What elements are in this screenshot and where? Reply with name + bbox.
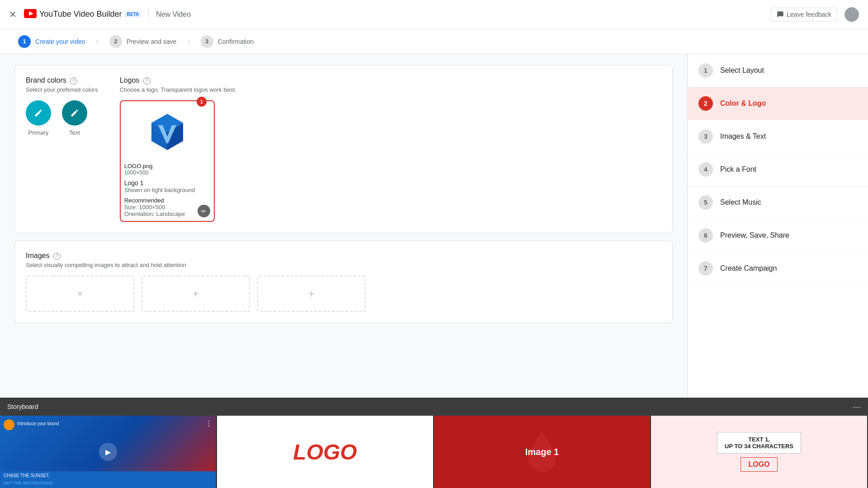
primary-color-wrap: Primary <box>26 100 51 136</box>
step-2-label: Preview and save <box>127 38 177 45</box>
header-divider <box>148 7 149 22</box>
brand-colors-title: Brand colors ? <box>26 76 98 84</box>
logo-recommended-label: Recommended <box>124 197 210 204</box>
frame-1-avatar <box>4 419 14 430</box>
sidebar-item-preview-save[interactable]: 6 Preview, Save, Share <box>688 219 868 252</box>
frame-1-title: Introduce your brand <box>17 421 59 426</box>
sidebar-step-2-num: 2 <box>698 96 713 111</box>
user-avatar[interactable] <box>844 7 859 22</box>
image-placeholder-1[interactable]: + <box>26 276 134 312</box>
sidebar-step-3-num: 3 <box>698 129 713 144</box>
logo-edit-button[interactable]: ✏ <box>198 205 210 217</box>
step-1-number: 1 <box>18 35 31 48</box>
frame-1-menu-icon[interactable]: ⋮ <box>205 419 212 428</box>
logos-title: Logos ? <box>120 76 661 84</box>
sidebar-item-images-text[interactable]: 3 Images & Text <box>688 120 868 153</box>
step-arrow-2: › <box>187 38 189 46</box>
logos-subtitle: Choose a logo. Transparent logos work be… <box>120 86 661 93</box>
app-name: YouTube Video Builder <box>39 9 122 19</box>
storyboard-frame-1[interactable]: Introduce your brand ▶ CHASE THE SUNSET,… <box>0 416 217 488</box>
images-title: Images ? <box>26 252 661 260</box>
sidebar-item-pick-font[interactable]: 4 Pick a Font <box>688 153 868 186</box>
frame-3-container: Image 1 <box>434 416 650 488</box>
storyboard-minimize-button[interactable]: — <box>853 402 861 412</box>
step-3[interactable]: 3 Confirmation <box>201 35 264 48</box>
sidebar-step-5-num: 5 <box>698 195 713 210</box>
sidebar-step-4-num: 4 <box>698 162 713 177</box>
image-placeholder-2[interactable]: + <box>142 276 250 312</box>
sidebar-item-color-logo[interactable]: 2 Color & Logo <box>688 87 868 120</box>
images-info-icon[interactable]: ? <box>53 253 61 260</box>
storyboard-frames: Introduce your brand ▶ CHASE THE SUNSET,… <box>0 416 868 488</box>
sidebar-item-7-label: Create Campaign <box>720 264 777 272</box>
brand-colors-section: Brand colors ? Select your preferred col… <box>26 76 98 222</box>
step-2-number: 2 <box>109 35 122 48</box>
feedback-button[interactable]: Leave feedback <box>771 8 837 21</box>
step-1[interactable]: 1 Create your video <box>18 35 96 48</box>
logo-name: Logo 1 <box>124 179 210 187</box>
page-title: New Video <box>156 10 191 19</box>
sidebar-item-3-label: Images & Text <box>720 132 766 141</box>
step-1-label: Create your video <box>35 38 85 45</box>
logo-image <box>145 112 190 152</box>
sidebar-step-1-num: 1 <box>698 63 713 78</box>
storyboard-frame-3[interactable]: Image 1 <box>434 416 651 488</box>
storyboard-frame-4[interactable]: TEXT 1, UP TO 34 CHARACTERS LOGO <box>651 416 868 488</box>
primary-label: Primary <box>28 129 49 136</box>
frame-4-logo: LOGO <box>741 457 777 472</box>
sidebar-item-4-label: Pick a Font <box>720 165 756 174</box>
logo-badge: 1 <box>197 97 207 107</box>
sidebar-item-2-label: Color & Logo <box>720 99 766 108</box>
text-color-label: Text <box>69 129 80 136</box>
header-actions: Leave feedback <box>771 7 859 22</box>
frame-4-text-1: TEXT 1, <box>725 436 793 443</box>
step-3-number: 3 <box>201 35 213 48</box>
image-placeholder-3[interactable]: + <box>257 276 366 312</box>
storyboard: Storyboard — Introduce your brand ▶ CHAS… <box>0 398 868 488</box>
brand-colors-subtitle: Select your preferred colors <box>26 86 98 93</box>
frame-3-label: Image 1 <box>525 447 559 457</box>
logos-info-icon[interactable]: ? <box>143 77 151 84</box>
logo-bg-desc: Shown on light background <box>124 187 210 193</box>
logo-dims: 1000×500 <box>124 169 210 176</box>
sidebar-item-select-music[interactable]: 5 Select Music <box>688 186 868 219</box>
frame-4-text-2: UP TO 34 CHARACTERS <box>725 443 793 450</box>
sidebar-item-1-label: Select Layout <box>720 66 764 75</box>
text-color-wrap: Text <box>62 100 87 136</box>
card-row: Brand colors ? Select your preferred col… <box>26 76 661 222</box>
sidebar-item-select-layout[interactable]: 1 Select Layout <box>688 54 868 87</box>
frame-1-caption-1: CHASE THE SUNSET, <box>4 473 212 478</box>
step-arrow-1: › <box>96 38 99 46</box>
frame-1-captions: CHASE THE SUNSET, NOT THE DESTINATIONS! <box>0 471 216 488</box>
storyboard-header: Storyboard — <box>0 398 868 416</box>
primary-color-circle[interactable] <box>26 100 51 126</box>
step-2[interactable]: 2 Preview and save <box>109 35 188 48</box>
text-color-circle[interactable] <box>62 100 87 126</box>
images-card: Images ? Select visually compelling imag… <box>14 240 673 323</box>
youtube-icon <box>24 8 37 21</box>
frame-4-text-box: TEXT 1, UP TO 34 CHARACTERS <box>717 432 801 454</box>
storyboard-title: Storyboard <box>7 403 38 410</box>
logo-filename: LOGO.png <box>124 163 210 169</box>
logo-card[interactable]: 1 <box>120 100 215 222</box>
storyboard-frame-2[interactable]: LOGO <box>217 416 434 488</box>
brand-logos-card: Brand colors ? Select your preferred col… <box>14 65 673 233</box>
logo-info: LOGO.png 1000×500 <box>124 163 210 176</box>
frame-1-play-button[interactable]: ▶ <box>99 443 117 461</box>
close-icon[interactable]: ✕ <box>9 9 17 20</box>
images-subtitle: Select visually compelling images to att… <box>26 262 661 268</box>
app-logo: YouTube Video Builder BETA <box>24 8 141 21</box>
step-3-label: Confirmation <box>218 38 254 45</box>
logos-section: Logos ? Choose a logo. Transparent logos… <box>120 76 661 222</box>
color-circles: Primary Text <box>26 100 98 136</box>
frame-1-caption-2: NOT THE DESTINATIONS! <box>4 481 53 485</box>
app-header: ✕ YouTube Video Builder BETA New Video L… <box>0 0 868 29</box>
sidebar-item-create-campaign[interactable]: 7 Create Campaign <box>688 252 868 285</box>
logo-grid: 1 <box>120 100 661 222</box>
frame-2-logo: LOGO <box>293 440 357 465</box>
brand-colors-info-icon[interactable]: ? <box>70 77 77 84</box>
sidebar-item-5-label: Select Music <box>720 198 761 206</box>
feedback-label: Leave feedback <box>787 11 831 18</box>
beta-badge: BETA <box>124 11 141 18</box>
sidebar-step-7-num: 7 <box>698 261 713 276</box>
